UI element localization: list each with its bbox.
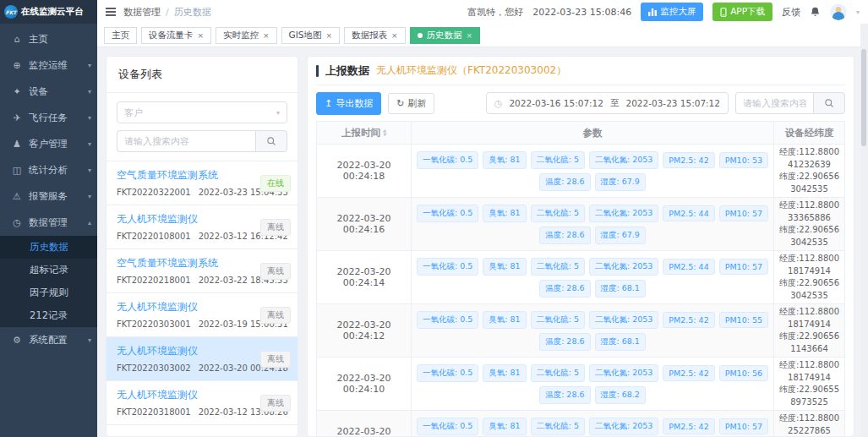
feedback-link[interactable]: 反馈 — [782, 6, 800, 19]
tab-close-icon[interactable]: × — [263, 31, 270, 40]
app-logo: FKT 在线监测云平台 — [0, 0, 97, 24]
param-chip: 二氧化硫: 5 — [531, 258, 585, 276]
menu-item-label: 系统配置 — [29, 334, 88, 347]
data-management-icon: ◷ — [11, 217, 23, 228]
app-download-button[interactable]: APP下载 — [712, 3, 772, 21]
params-cell: 一氧化碳: 0.5臭氧: 81二氧化硫: 5二氧化氮: 2053PM2.5: 4… — [412, 358, 774, 411]
tab[interactable]: 历史数据 × — [410, 27, 481, 44]
sidebar-menu-item[interactable]: ✈ 飞行任务 ▾ — [0, 105, 97, 131]
param-chip: PM2.5: 42 — [663, 312, 714, 328]
sidebar-submenu-item[interactable]: 历史数据 — [0, 236, 97, 259]
column-header-time[interactable]: 上报时间▲▼ — [317, 122, 412, 145]
sidebar-menu-item[interactable]: ⚙ 系统配置 ▾ — [0, 327, 97, 353]
device-list-item[interactable]: 空气质量环境监测系统 FKT20220218001 2022-03-22 18:… — [106, 249, 298, 293]
coords-cell: 经度:112.880018174914 纬度:22.906561143664 — [774, 304, 845, 358]
datetime-range-picker[interactable]: ◷ 2022-03-16 15:07:12 至 2022-03-23 15:07… — [486, 92, 729, 114]
tab[interactable]: GIS地图 × — [281, 27, 340, 44]
sidebar-menu-item[interactable]: ⚠ 报警服务 ▾ — [0, 183, 97, 210]
sidebar-menu-item[interactable]: ✦ 设备 ▾ — [0, 79, 97, 105]
avatar[interactable] — [830, 3, 847, 20]
device-list-item[interactable]: 无人机环境监测仪 FKT20220303002 2022-03-20 00:24… — [106, 337, 298, 381]
tab[interactable]: 实时监控 × — [216, 27, 277, 44]
param-chip: PM2.5: 42 — [663, 152, 714, 168]
report-table: 上报时间▲▼ 参数 设备经纬度 2022-03-20 00:24:18 一氧化碳… — [316, 121, 845, 437]
chevron-down-icon[interactable]: ▾ — [856, 8, 860, 16]
monitor-screen-button[interactable]: 监控大屏 — [641, 3, 703, 21]
app-title: 在线监测云平台 — [21, 6, 84, 18]
column-header-coords: 设备经纬度 — [774, 122, 845, 145]
submenu-item-label: 超标记录 — [30, 264, 68, 276]
param-chip: 温度: 28.6 — [539, 173, 590, 191]
longitude-value: 经度:112.880041232639 — [777, 146, 842, 171]
device-search-input[interactable] — [117, 130, 255, 152]
breadcrumb-item[interactable]: 数据管理 — [123, 6, 161, 19]
param-chip: 湿度: 68.2 — [595, 386, 646, 404]
device-list-item[interactable]: 无人机环境监测仪 FKT20220318001 2022-03-12 13:08… — [106, 381, 298, 425]
breadcrumb-current: 历史数据 — [174, 6, 211, 19]
device-status-badge: 离线 — [260, 351, 291, 368]
tab-close-icon[interactable]: × — [326, 31, 333, 40]
param-chip: 一氧化碳: 0.5 — [417, 151, 478, 169]
longitude-value: 经度:112.880018174914 — [777, 359, 842, 384]
device-panel-controls: 客户 ▾ — [106, 93, 298, 161]
sidebar: FKT 在线监测云平台 ⌂ 主页 ⊕ 监控运维 ▾ ✦ 设备 ▾ ✈ 飞行任务 … — [0, 0, 97, 437]
sidebar-submenu-item[interactable]: 因子规则 — [0, 281, 97, 304]
bell-icon[interactable] — [810, 6, 821, 18]
flight-task-icon: ✈ — [11, 112, 23, 123]
menu-item-label: 设备 — [29, 85, 88, 98]
param-chip: 臭氧: 81 — [483, 418, 526, 435]
table-header-row: 上报时间▲▼ 参数 设备经纬度 — [317, 122, 845, 145]
param-chip: 二氧化硫: 5 — [531, 418, 585, 435]
param-chip: 二氧化氮: 2053 — [589, 418, 658, 435]
sort-icon[interactable]: ▲▼ — [383, 128, 386, 138]
tab[interactable]: 主页 — [104, 27, 137, 44]
scrollbar-thumb[interactable] — [861, 49, 866, 146]
tab[interactable]: 设备流量卡 × — [141, 27, 211, 44]
device-list-item[interactable]: 无人机环境监测仪 FKT20220108001 2022-03-12 16:12… — [106, 205, 298, 249]
tab-close-icon[interactable]: × — [391, 31, 398, 40]
logo-text: FKT — [6, 9, 17, 15]
tab-label: 实时监控 — [223, 30, 259, 41]
sidebar-menu-item[interactable]: ♟ 客户管理 ▾ — [0, 131, 97, 157]
report-time-cell: 2022-03-20 00:24:14 — [317, 251, 412, 304]
param-chip: 二氧化硫: 5 — [531, 311, 585, 329]
sidebar-submenu-item[interactable]: 212记录 — [0, 304, 97, 327]
breadcrumb: 数据管理 / 历史数据 — [123, 6, 211, 19]
customer-select[interactable]: 客户 ▾ — [117, 101, 287, 123]
tab-close-icon[interactable]: × — [467, 31, 473, 40]
tab[interactable]: 数据报表 × — [344, 27, 406, 44]
table-row: 2022-03-20 00:24:14 一氧化碳: 0.5臭氧: 81二氧化硫:… — [317, 251, 845, 304]
report-search-input[interactable] — [735, 92, 813, 114]
menu-item-label: 飞行任务 — [29, 112, 88, 124]
param-chip: PM10: 55 — [719, 312, 768, 328]
latitude-value: 纬度:22.906563042535 — [777, 171, 842, 195]
param-chip: PM2.5: 44 — [663, 259, 714, 275]
param-chip: 臭氧: 81 — [483, 205, 526, 222]
sidebar-submenu-item[interactable]: 超标记录 — [0, 259, 97, 281]
sidebar-menu-item[interactable]: ◷ 数据管理 ▴ — [0, 210, 97, 236]
export-data-button[interactable]: ↥ 导出数据 — [316, 92, 381, 115]
menu-item-label: 监控运维 — [29, 59, 88, 72]
menu-item-label: 客户管理 — [29, 138, 88, 150]
sidebar-menu-item[interactable]: ⊕ 监控运维 ▾ — [0, 52, 97, 79]
sidebar-toggle-icon[interactable] — [106, 6, 116, 18]
refresh-button[interactable]: ↻ 刷新 — [388, 93, 434, 114]
device-status-badge: 离线 — [260, 307, 291, 324]
param-chip: 一氧化碳: 0.5 — [417, 418, 478, 435]
latitude-value: 纬度:22.906558973525 — [777, 384, 842, 408]
tab-close-icon[interactable]: × — [198, 31, 205, 40]
device-search-button[interactable] — [255, 130, 287, 152]
report-title: 上报数据 — [325, 63, 369, 79]
device-list-item[interactable]: 空气质量环境监测系统 FKT20220322001 2022-03-23 15:… — [106, 161, 298, 205]
param-chip: PM2.5: 44 — [663, 205, 714, 221]
params-cell: 一氧化碳: 0.5臭氧: 81二氧化硫: 5二氧化氮: 2053PM2.5: 4… — [412, 145, 774, 198]
chevron-down-icon: ▾ — [276, 109, 280, 117]
param-chip: 一氧化碳: 0.5 — [417, 258, 478, 276]
report-time-cell: 2022-03-20 00:24:12 — [317, 304, 412, 358]
report-search — [735, 92, 845, 114]
sidebar-menu-item[interactable]: ⌂ 主页 — [0, 26, 97, 52]
report-search-button[interactable] — [813, 92, 845, 114]
device-list-item[interactable]: 无人机环境监测仪 FKT20220303001 2022-03-19 15:00… — [106, 293, 298, 337]
report-title-row: 上报数据 无人机环境监测仪（FKT20220303002） — [316, 57, 845, 85]
sidebar-menu-item[interactable]: ◫ 统计分析 ▾ — [0, 157, 97, 183]
